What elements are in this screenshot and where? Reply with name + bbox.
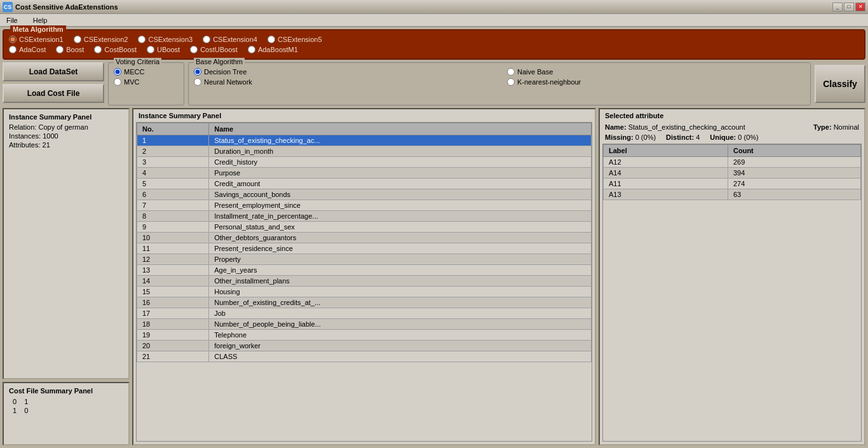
attr-row[interactable]: A1363	[604, 189, 861, 200]
minimize-button[interactable]: _	[832, 3, 843, 11]
radio-adaboostm1[interactable]: AdaBoostM1	[248, 46, 298, 53]
radio-adacost[interactable]: AdaCost	[9, 46, 46, 53]
instance-table-container[interactable]: No. Name 1Status_of_existing_checking_ac…	[136, 122, 592, 442]
bottom-area: Instance Summary Panel Relation: Copy of…	[3, 108, 865, 445]
cost-file-summary-panel: Cost File Summary Panel 0 1 1 0	[3, 382, 130, 445]
cell-no: 12	[137, 254, 209, 265]
radio-neural-network[interactable]: Neural Network	[194, 78, 492, 86]
table-row[interactable]: 2Duration_in_month	[137, 146, 592, 157]
voting-criteria-title: Voting Criteria	[114, 58, 161, 65]
table-row[interactable]: 11Present_residence_since	[137, 243, 592, 254]
radio-mecc[interactable]: MECC	[114, 68, 179, 76]
cell-name: Number_of_people_being_liable...	[209, 319, 592, 330]
attr-name-label: Name: Status_of_existing_checking_accoun…	[605, 123, 745, 131]
instances-row: Instances: 1000	[9, 132, 123, 140]
menu-help[interactable]: Help	[31, 15, 50, 25]
attr-cell-count: 274	[728, 179, 861, 189]
cell-name: Telephone	[209, 330, 592, 341]
table-row[interactable]: 7Present_employment_since	[137, 200, 592, 211]
cell-no: 5	[137, 179, 209, 189]
table-row[interactable]: 21CLASS	[137, 351, 592, 362]
relation-value: Copy of german	[38, 123, 88, 131]
attr-row[interactable]: A11274	[604, 179, 861, 189]
table-row[interactable]: 17Job	[137, 308, 592, 319]
attr-table: Label Count A12269A14394A11274A1363	[603, 144, 861, 200]
table-row[interactable]: 16Number_of_existing_credits_at_...	[137, 297, 592, 308]
cost-cell-01: 1	[20, 397, 32, 406]
table-row[interactable]: 8Installment_rate_in_percentage...	[137, 211, 592, 222]
base-algorithm-options: Decision Tree Naive Base Neural Network …	[194, 68, 805, 86]
radio-naive-base[interactable]: Naive Base	[507, 68, 805, 76]
radio-boost[interactable]: Boost	[56, 46, 84, 53]
attr-row[interactable]: A12269	[604, 157, 861, 168]
table-row[interactable]: 9Personal_status_and_sex	[137, 222, 592, 233]
table-row[interactable]: 6Savings_account_bonds	[137, 189, 592, 200]
radio-csext5[interactable]: CSExtension5	[268, 36, 322, 43]
cell-name: Savings_account_bonds	[209, 189, 592, 200]
table-row[interactable]: 10Other_debtors_guarantors	[137, 233, 592, 243]
classify-button[interactable]: Classify	[815, 65, 865, 103]
radio-knn[interactable]: K-nearest-neighbour	[507, 78, 805, 86]
cell-no: 6	[137, 189, 209, 200]
cost-table: 0 1 1 0	[9, 397, 32, 415]
table-row[interactable]: 14Other_installment_plans	[137, 276, 592, 287]
load-cost-file-button[interactable]: Load Cost File	[3, 84, 104, 103]
controls-row: Load DataSet Load Cost File Voting Crite…	[3, 62, 865, 105]
cost-cell-11: 0	[20, 406, 32, 415]
table-row[interactable]: 5Credit_amount	[137, 179, 592, 189]
cell-name: foreign_worker	[209, 341, 592, 351]
cell-name: CLASS	[209, 351, 592, 362]
attr-type-label: Type: Nominal	[813, 123, 859, 131]
instance-summary-left-title: Instance Summary Panel	[9, 113, 123, 121]
radio-csext1[interactable]: CSExtension1	[9, 36, 64, 43]
table-row[interactable]: 12Property	[137, 254, 592, 265]
cell-no: 9	[137, 222, 209, 233]
cell-name: Installment_rate_in_percentage...	[209, 211, 592, 222]
table-row[interactable]: 18Number_of_people_being_liable...	[137, 319, 592, 330]
cell-name: Status_of_existing_checking_ac...	[209, 135, 592, 146]
instance-summary-left-panel: Instance Summary Panel Relation: Copy of…	[3, 108, 130, 379]
table-row[interactable]: 1Status_of_existing_checking_ac...	[137, 135, 592, 146]
meta-row-2: AdaCost Boost CostBoost UBoost CostUBoos…	[9, 46, 859, 53]
attr-header-row: Label Count	[604, 145, 861, 157]
cost-cell-10: 1	[9, 406, 20, 415]
close-button[interactable]: ✕	[855, 3, 865, 11]
table-row[interactable]: 3Credit_history	[137, 157, 592, 168]
attr-missing: Missing: 0 (0%)	[605, 133, 656, 141]
radio-decision-tree[interactable]: Decision Tree	[194, 68, 492, 76]
col-count: Count	[728, 145, 861, 157]
main-content: Meta Algorithm CSExtension1 CSExtension2…	[0, 27, 868, 448]
cell-no: 10	[137, 233, 209, 243]
menu-file[interactable]: File	[4, 15, 20, 25]
attr-row[interactable]: A14394	[604, 168, 861, 179]
maximize-button[interactable]: □	[844, 3, 854, 11]
window-controls: _ □ ✕	[832, 3, 865, 11]
table-row[interactable]: 13Age_in_years	[137, 265, 592, 276]
attr-distinct: Distinct: 4	[666, 133, 700, 141]
load-dataset-button[interactable]: Load DataSet	[3, 62, 104, 81]
buttons-column: Load DataSet Load Cost File	[3, 62, 104, 105]
table-row[interactable]: 19Telephone	[137, 330, 592, 341]
cell-name: Present_residence_since	[209, 243, 592, 254]
radio-csext3[interactable]: CSExtension3	[138, 36, 193, 43]
meta-algorithm-title: Meta Algorithm	[10, 25, 66, 33]
table-row[interactable]: 20foreign_worker	[137, 341, 592, 351]
radio-csext4[interactable]: CSExtension4	[203, 36, 257, 43]
attr-unique: Unique: 0 (0%)	[710, 133, 758, 141]
table-row[interactable]: 4Purpose	[137, 168, 592, 179]
attr-cell-label: A12	[604, 157, 728, 168]
attr-cell-label: A13	[604, 189, 728, 200]
radio-mvc[interactable]: MVC	[114, 78, 179, 86]
radio-uboost[interactable]: UBoost	[147, 46, 180, 53]
radio-costboost[interactable]: CostBoost	[94, 46, 137, 53]
menu-bar: File Help	[0, 14, 868, 27]
cell-name: Housing	[209, 287, 592, 297]
attr-table-container[interactable]: Label Count A12269A14394A11274A1363	[602, 144, 862, 442]
attr-cell-label: A11	[604, 179, 728, 189]
cell-name: Number_of_existing_credits_at_...	[209, 297, 592, 308]
cell-name: Credit_history	[209, 157, 592, 168]
table-row[interactable]: 15Housing	[137, 287, 592, 297]
radio-costuboost[interactable]: CostUBoost	[190, 46, 238, 53]
radio-csext2[interactable]: CSExtension2	[74, 36, 128, 43]
attr-cell-count: 394	[728, 168, 861, 179]
